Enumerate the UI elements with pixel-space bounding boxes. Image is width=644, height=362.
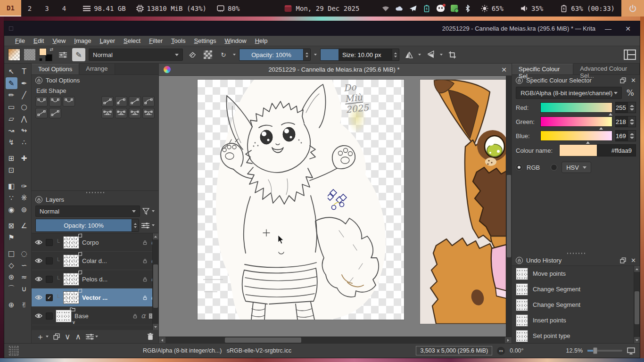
wifi-icon[interactable] [382,5,389,12]
minimize-button[interactable]: — [601,25,615,33]
document-tab-bar[interactable]: 20251229 - Cannella de Meias.kra (295.6 … [159,64,512,76]
tool-measure[interactable]: ∠ [18,220,30,231]
undo-item[interactable]: Move points [512,266,640,281]
scroll-down-arrow[interactable] [634,337,640,343]
tool-color-sampler[interactable]: ✑ [18,180,30,192]
layer-opacity-slider[interactable]: Opacity: 100% [35,219,139,232]
layer-name[interactable]: Corpo [82,239,140,246]
discord-icon[interactable] [437,5,445,12]
brush-preset-button[interactable]: ✎ [72,48,85,61]
layer-name[interactable]: Base [74,313,130,320]
h-scroll-thumb[interactable] [225,337,301,343]
undo-item[interactable]: Set point type [512,328,640,343]
tab-specific-colour-selector[interactable]: Specific Colour Sel... [512,64,573,74]
menu-file[interactable]: File [11,37,29,44]
opacity-slider[interactable]: Opacity: 100% [239,49,311,61]
reload-preset-button[interactable]: ↻ [217,49,230,61]
v-scroll-thumb[interactable] [507,175,511,257]
visibility-eye-icon[interactable] [34,295,43,300]
eraser-mode-button[interactable] [186,49,198,61]
mirror-vertical-button[interactable] [424,49,437,61]
tool-crop[interactable]: ⊡ [6,164,17,176]
layer-checkbox-checked[interactable]: ✓ [46,294,53,301]
workspace-d1[interactable]: D1 [0,0,21,16]
preserve-alpha-button[interactable] [202,49,214,61]
tool-rectangle[interactable]: ▭ [6,101,17,113]
window-titlebar[interactable]: 20251229 - Cannella de Meias.kra (295.6 … [4,21,640,36]
charging-battery-icon[interactable] [423,5,430,12]
tool-similar-select[interactable]: ≈ [18,271,30,283]
tool-contiguous-select[interactable]: ⊛ [6,271,17,283]
opacity-dropdown-caret[interactable] [314,54,317,56]
cloud-icon[interactable] [396,5,403,12]
green-value-box[interactable]: 218 [615,116,636,127]
float-docker-icon[interactable] [620,257,626,263]
menu-help[interactable]: Help [251,37,272,44]
tool-dynamic-brush[interactable]: ↯ [6,136,17,148]
brightness-indicator[interactable]: 65% [481,5,504,12]
close-docker-icon[interactable]: ✕ [631,77,636,84]
pattern-chooser[interactable] [24,49,36,61]
tool-line[interactable]: ╱ [18,89,30,101]
image-dimensions[interactable]: 3,503 x 5,000 (295.6 MiB) [416,346,492,355]
visibility-eye-icon[interactable] [34,276,43,282]
tool-polygon[interactable]: ▱ [6,113,17,124]
symmetric-point-button[interactable] [63,96,75,107]
reset-colors-icon[interactable] [39,58,42,61]
float-docker-icon[interactable] [620,77,626,83]
rotation-icon[interactable]: ↔ [497,347,505,355]
tab-tool-options[interactable]: Tool Options [32,64,79,74]
tool-multibrush[interactable]: ∴ [18,136,30,148]
tool-zoom[interactable]: ⊕ [6,299,17,311]
mirror-horizontal-caret[interactable] [418,54,421,56]
break-at-segment-button[interactable] [115,108,127,118]
layer-row-corpo[interactable]: └ Corpo α [32,233,158,252]
layers-drag-handle[interactable] [32,191,158,194]
visibility-eye-icon[interactable] [34,313,43,319]
undo-item[interactable]: Change Segment [512,297,640,313]
undo-list-scrollbar[interactable] [634,266,640,343]
close-docker-icon[interactable]: ✕ [631,257,636,264]
tool-select-shapes[interactable]: ↖ [6,66,17,77]
percent-toggle-button[interactable]: % [625,88,636,98]
gradient-chooser[interactable] [8,49,20,61]
tool-smart-patch[interactable]: ※ [18,192,30,204]
tab-arrange[interactable]: Arrange [79,64,115,74]
size-slider[interactable]: Size: 10.00 px [320,49,399,61]
document-close-icon[interactable]: ✕ [497,66,507,74]
layer-checkbox[interactable] [46,239,53,246]
scroll-thumb[interactable] [635,291,639,324]
canvas-only-mode-icon[interactable] [627,347,635,354]
trim-image-button[interactable] [446,49,458,61]
join-segment-button[interactable] [129,108,141,118]
selection-display-icon[interactable] [9,346,18,355]
tool-freehand-brush[interactable]: ✏ [6,89,17,101]
move-layer-down-button[interactable]: ∨ [65,332,70,341]
battery-indicator[interactable]: 63% (00:33) [560,5,615,12]
segment-to-curve-button[interactable] [115,96,127,107]
tool-pan[interactable]: ✌ [18,299,30,311]
layer-opacity-spinner[interactable] [132,219,139,231]
group-thumbnail[interactable]: ∨ [56,310,72,322]
workspace-3[interactable]: 3 [38,0,55,16]
menu-image[interactable]: Image [70,37,95,44]
layer-thumbnail[interactable] [63,255,79,267]
break-at-point-button[interactable] [101,108,114,118]
tool-rect-select[interactable]: □ [6,247,17,259]
visibility-eye-icon[interactable] [34,258,43,263]
foreground-color-swatch[interactable] [39,48,47,56]
colour-hex-value[interactable]: #ffdaa9 [597,144,636,156]
tool-polyline[interactable]: ⋀ [18,113,30,124]
tool-assistants[interactable]: ⊠ [6,220,17,231]
dock-lock-icon[interactable] [516,77,523,84]
tool-bezier-select[interactable]: ⌒ [6,283,17,295]
close-button[interactable]: ✕ [621,25,635,33]
layer-row-vector-selected[interactable]: ✓ └ Vector ... α [32,288,158,307]
tool-calligraphy[interactable]: ✒ [18,77,30,89]
menu-settings[interactable]: Settings [190,37,220,44]
vector-control-points[interactable] [328,188,357,214]
menu-filter[interactable]: Filter [145,37,167,44]
workspace-4[interactable]: 4 [56,0,73,16]
insert-point-button[interactable] [35,108,48,118]
blue-value-box[interactable]: 169 [615,130,636,141]
